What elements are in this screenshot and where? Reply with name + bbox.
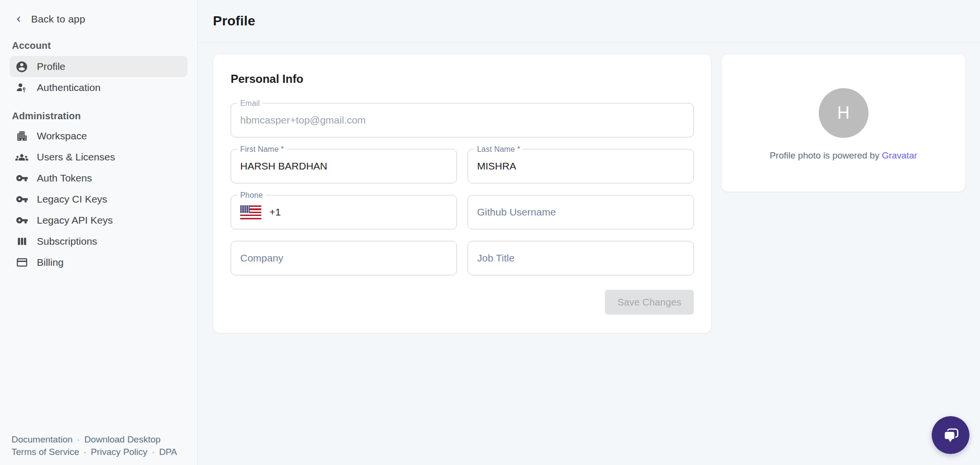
sidebar-item-label: Subscriptions [37, 236, 97, 247]
personal-info-card: Personal Info Email First Name * Last Na… [213, 54, 712, 333]
chat-bubbles-icon [941, 425, 961, 445]
email-field: Email [231, 103, 694, 137]
footer-separator: · [77, 434, 80, 444]
github-username-input[interactable] [477, 206, 684, 218]
job-title-field [468, 241, 694, 275]
phone-label: Phone [237, 191, 266, 200]
account-circle-icon [15, 60, 28, 73]
footer-link-privacy[interactable]: Privacy Policy [91, 447, 147, 457]
email-label: Email [237, 99, 263, 108]
first-name-field: First Name * [231, 149, 457, 183]
save-changes-button[interactable]: Save Changes [605, 290, 694, 315]
sidebar-item-users-licenses[interactable]: Users & Licenses [10, 147, 188, 168]
footer-line-2: Terms of Service·Privacy Policy·DPA [11, 446, 177, 458]
key-icon [15, 193, 28, 206]
sidebar-item-label: Profile [37, 61, 66, 72]
sidebar-item-authentication[interactable]: Authentication [10, 77, 188, 98]
content-area: Personal Info Email First Name * Last Na… [198, 43, 980, 333]
groups-icon [15, 151, 28, 164]
section-title-account: Account [10, 40, 188, 51]
phone-input[interactable] [269, 206, 447, 218]
back-to-app-label: Back to app [31, 13, 85, 25]
section-title-administration: Administration [10, 111, 188, 122]
personal-info-title: Personal Info [231, 72, 694, 86]
gravatar-caption-text: Profile photo is powered by [769, 150, 879, 160]
job-title-input[interactable] [477, 252, 684, 264]
avatar-letter: H [837, 103, 850, 123]
us-flag-icon[interactable] [240, 205, 261, 219]
sidebar-nav: Account Profile Authentication Administ [0, 40, 197, 273]
building-icon [15, 130, 28, 143]
app-window: Back to app Account Profile Authenti [0, 0, 980, 465]
sidebar-item-billing[interactable]: Billing [10, 252, 188, 273]
footer-link-dpa[interactable]: DPA [159, 447, 177, 457]
sidebar-item-subscriptions[interactable]: Subscriptions [10, 231, 188, 252]
sidebar-item-legacy-ci-keys[interactable]: Legacy CI Keys [10, 189, 188, 210]
gravatar-card: H Profile photo is powered byGravatar [721, 54, 966, 192]
sidebar-item-legacy-api-keys[interactable]: Legacy API Keys [10, 210, 188, 231]
sidebar-item-label: Workspace [37, 130, 87, 142]
company-field [231, 241, 457, 275]
sidebar-item-label: Authentication [37, 82, 100, 93]
page-header: Profile [198, 0, 980, 43]
footer-link-download-desktop[interactable]: Download Desktop [84, 434, 160, 444]
first-name-input[interactable] [240, 160, 447, 172]
last-name-input[interactable] [477, 160, 684, 172]
gravatar-link[interactable]: Gravatar [882, 150, 917, 160]
chat-widget-button[interactable] [932, 416, 969, 454]
footer-link-terms[interactable]: Terms of Service [11, 447, 79, 457]
first-name-label: First Name * [237, 145, 287, 154]
back-to-app-button[interactable]: Back to app [0, 0, 197, 25]
sidebar-item-label: Users & Licenses [37, 151, 115, 163]
footer-separator: · [83, 447, 86, 457]
footer-line-1: Documentation·Download Desktop [11, 433, 177, 446]
avatar: H [819, 88, 869, 138]
sidebar-item-label: Billing [37, 257, 64, 268]
chevron-left-icon [13, 14, 24, 24]
company-input[interactable] [240, 252, 447, 264]
credit-card-icon [15, 256, 28, 269]
bars-icon [15, 235, 28, 248]
main-content: Profile Personal Info Email First Name * [198, 0, 980, 465]
sidebar-item-workspace[interactable]: Workspace [10, 125, 188, 147]
email-input [240, 114, 684, 126]
personal-info-form: Email First Name * Last Name * [231, 103, 694, 315]
sidebar-item-auth-tokens[interactable]: Auth Tokens [10, 168, 188, 189]
key-icon [15, 172, 28, 185]
footer-link-documentation[interactable]: Documentation [11, 434, 73, 444]
github-username-field [468, 195, 694, 229]
settings-sidebar: Back to app Account Profile Authenti [0, 0, 198, 465]
sidebar-item-label: Legacy API Keys [37, 215, 113, 226]
sidebar-footer: Documentation·Download Desktop Terms of … [11, 433, 177, 458]
person-key-icon [15, 81, 28, 94]
phone-field: Phone [231, 195, 457, 229]
footer-separator: · [152, 447, 155, 457]
page-title: Profile [213, 13, 256, 29]
sidebar-item-profile[interactable]: Profile [10, 56, 188, 77]
gravatar-caption: Profile photo is powered byGravatar [769, 150, 917, 161]
sidebar-item-label: Legacy CI Keys [37, 193, 107, 205]
sidebar-item-label: Auth Tokens [37, 172, 92, 184]
last-name-field: Last Name * [468, 149, 694, 183]
key-icon [15, 214, 28, 227]
last-name-label: Last Name * [474, 145, 523, 154]
